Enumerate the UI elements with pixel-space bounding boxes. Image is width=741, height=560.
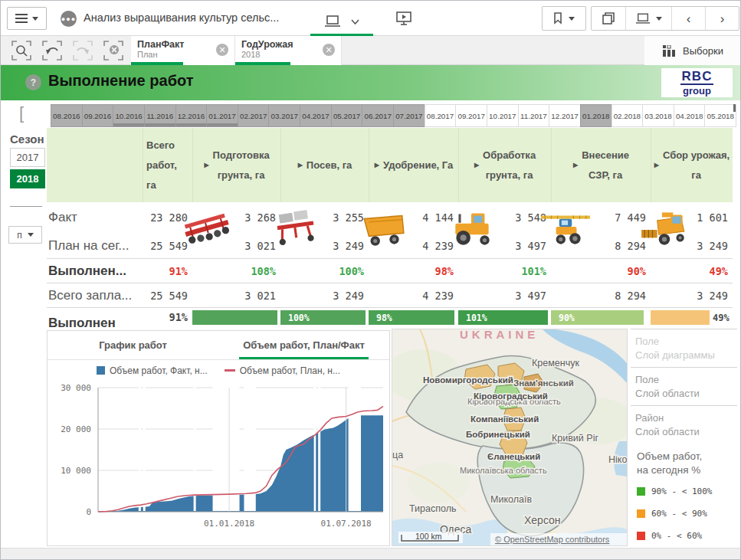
- map-label-city: Тирасполь: [409, 503, 456, 514]
- clear-selections-icon[interactable]: [103, 41, 123, 61]
- timeline-month[interactable]: 01.2017: [206, 104, 238, 127]
- cell: 1 601: [651, 202, 733, 233]
- timeline-month[interactable]: 09.2017: [455, 104, 487, 127]
- season-option-2017[interactable]: 2017: [10, 148, 45, 167]
- timeline-month[interactable]: 04.2018: [674, 104, 706, 127]
- col-soil-treatment[interactable]: ▶Обработка грунта, га: [458, 128, 551, 202]
- timeline-month[interactable]: 07.2017: [393, 104, 425, 127]
- step-back-icon[interactable]: [42, 41, 62, 61]
- filter-chip-harvestyear[interactable]: ГодУрожая 2018 ✕: [235, 36, 342, 65]
- chip-close-icon[interactable]: ✕: [323, 44, 335, 56]
- col-harvesting[interactable]: ▶Сбор урожая, га: [651, 128, 733, 202]
- timeline-month[interactable]: 10.2016: [113, 104, 145, 127]
- bottom-margin: [1, 548, 741, 560]
- previous-sheet-button[interactable]: ‹: [671, 7, 705, 30]
- app-options-icon[interactable]: ●●●: [61, 11, 77, 27]
- tab-work-volume[interactable]: Объем работ, План/Факт: [218, 331, 389, 359]
- cell: 25 549: [143, 233, 192, 258]
- fact-swatch: [97, 366, 105, 375]
- season-option-2018[interactable]: 2018: [10, 169, 45, 188]
- cumulative-work-chart[interactable]: 010 00020 00030 00001.01.201801.07.2018: [48, 382, 389, 544]
- app-title: Анализ выращивания культур сельс...: [84, 11, 279, 24]
- map-legend-item: 90% - < 100%: [631, 480, 737, 503]
- sheet-selector[interactable]: [310, 7, 373, 36]
- timeline-month[interactable]: 05.2018: [704, 104, 736, 127]
- smart-search-icon[interactable]: [11, 41, 31, 61]
- progress-cell: 98%: [369, 308, 458, 329]
- timeline-month[interactable]: 08.2016: [51, 104, 83, 127]
- timeline-month[interactable]: 04.2017: [300, 104, 332, 127]
- chip-close-icon[interactable]: ✕: [216, 44, 228, 56]
- table-row: План на сег... 25 549 3 021 3 249 4 239 …: [47, 233, 733, 259]
- timeline-month[interactable]: 11.2016: [144, 104, 176, 127]
- duplicate-sheet-button[interactable]: [592, 7, 625, 30]
- selections-tool-button[interactable]: Выборки: [644, 36, 741, 65]
- timeline-month[interactable]: 10.2017: [487, 104, 519, 127]
- progress-bar: 100%: [280, 310, 366, 325]
- timeline-month[interactable]: 12.2017: [549, 104, 581, 127]
- map-label-city: Кременчук: [532, 358, 579, 368]
- next-sheet-button[interactable]: ›: [705, 7, 739, 30]
- map-label-country: UKRAINE: [460, 329, 539, 341]
- timeline-month[interactable]: 11.2017: [518, 104, 550, 127]
- cell: 4 239: [369, 283, 458, 307]
- layer-box-diagram[interactable]: Поле Слой диаграммы: [631, 329, 737, 368]
- svg-text:0: 0: [86, 507, 91, 517]
- timeline-month[interactable]: 01.2018: [580, 104, 612, 127]
- sheet-list-button[interactable]: [625, 7, 671, 30]
- map-label-district: Новомиргородський: [423, 375, 513, 385]
- map-attribution[interactable]: © OpenStreetMap contributors: [495, 535, 610, 544]
- svg-text:01.07.2018: 01.07.2018: [321, 519, 372, 529]
- bookmark-icon: [553, 12, 562, 25]
- timeline-scrollbar[interactable]: [733, 104, 736, 112]
- bookmarks-button[interactable]: [542, 6, 586, 31]
- svg-text:01.01.2018: 01.01.2018: [204, 519, 254, 529]
- timeline-month[interactable]: 03.2017: [268, 104, 300, 127]
- header-row-label-spacer: [47, 128, 143, 202]
- map-legend-title: Объем работ, на сегодня %: [631, 444, 737, 480]
- timeline-month[interactable]: 06.2017: [362, 104, 394, 127]
- storytelling-button[interactable]: [393, 8, 415, 28]
- cell: 3 249: [651, 283, 733, 307]
- timeline-bracket: [: [19, 103, 24, 123]
- sheet-nav-group: ‹ ›: [591, 6, 739, 31]
- divider: [10, 206, 42, 207]
- regions-map[interactable]: UKRAINE Кременчук Знам'янський Новомирго…: [392, 329, 628, 546]
- cell: 23 280: [143, 202, 192, 233]
- timeline-month[interactable]: 02.2017: [238, 104, 270, 127]
- col-fertilizing[interactable]: ▶Удобрение, Га: [369, 128, 458, 202]
- col-soil-preparation[interactable]: ▶Подготовка грунта, га: [192, 128, 280, 202]
- step-forward-icon[interactable]: [73, 41, 93, 61]
- global-menu-button[interactable]: [7, 7, 47, 30]
- layer-box-area-field[interactable]: Поле Слой области: [631, 368, 737, 406]
- help-icon[interactable]: ?: [25, 74, 41, 90]
- svg-text:20 000: 20 000: [61, 424, 91, 434]
- col-sowing[interactable]: ▶Посев, га: [280, 128, 369, 202]
- timeline-month[interactable]: 03.2018: [642, 104, 674, 127]
- cell: 91%: [143, 308, 192, 329]
- row-label-plan-today: План на сег...: [47, 233, 143, 258]
- map-layers-panel: Поле Слой диаграммы Поле Слой области Ра…: [631, 329, 737, 546]
- cell: 3 548: [458, 202, 551, 233]
- progress-bar: [192, 310, 277, 325]
- scale-label: 100 km: [415, 532, 442, 541]
- map-legend-item: 0% - < 60%: [631, 525, 737, 547]
- filter-chip-planfact[interactable]: ПланФакт План ✕: [131, 36, 235, 65]
- timeline-month[interactable]: 09.2016: [82, 104, 114, 127]
- timeline-month[interactable]: 02.2018: [611, 104, 644, 127]
- mini-dropdown[interactable]: п: [8, 226, 42, 244]
- map-label-city: Нікоп: [608, 454, 627, 465]
- sheet-title: Выполнение работ: [48, 72, 194, 90]
- timeline-month[interactable]: 08.2017: [425, 104, 457, 127]
- progress-bar: 90%: [551, 310, 644, 325]
- timeline-month[interactable]: 12.2016: [175, 104, 208, 127]
- col-pesticides[interactable]: ▶Внесение СЗР, га: [551, 128, 651, 202]
- layer-box-area-district[interactable]: Район Слой области: [631, 406, 737, 444]
- kpi-table: Всего работ, га ▶Подготовка грунта, га ▶…: [47, 128, 733, 329]
- table-row: Всего запла... 25 549 3 021 3 249 4 239 …: [47, 283, 733, 308]
- timeline-month[interactable]: 05.2017: [331, 104, 363, 127]
- orange-swatch: [637, 509, 645, 518]
- tab-work-schedule[interactable]: График работ: [48, 331, 218, 359]
- chevron-down-icon: [656, 17, 662, 21]
- map-label-district: Бобринецький: [466, 430, 530, 439]
